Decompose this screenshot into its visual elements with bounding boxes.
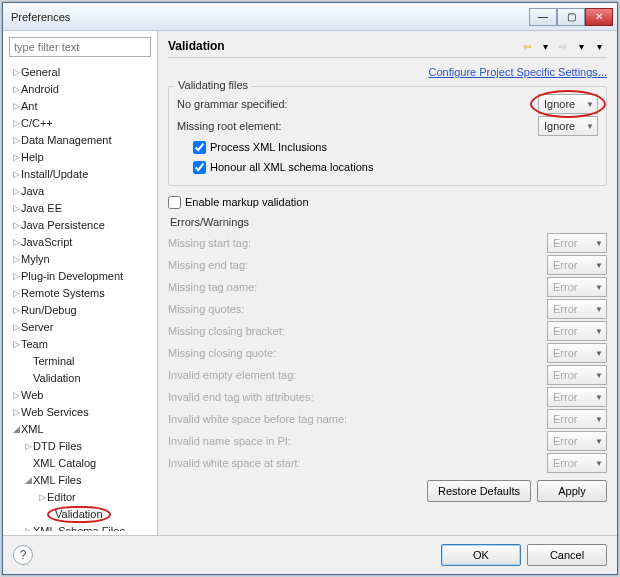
tree-item[interactable]: Validation — [7, 505, 155, 522]
tree-item[interactable]: ▷Data Management — [7, 131, 155, 148]
expand-icon: ▷ — [23, 526, 33, 532]
select-value: Error — [553, 325, 577, 337]
forward-icon[interactable]: ⇨ — [555, 39, 571, 53]
error-row: Missing quotes:Error▼ — [168, 298, 607, 320]
tree-item-label: DTD Files — [33, 440, 82, 452]
error-select[interactable]: Error▼ — [547, 409, 607, 429]
chevron-down-icon: ▼ — [595, 437, 603, 446]
chevron-down-icon[interactable]: ▾ — [573, 39, 589, 53]
tree-item-label: Server — [21, 321, 53, 333]
error-select[interactable]: Error▼ — [547, 299, 607, 319]
tree-item[interactable]: ▷Android — [7, 80, 155, 97]
apply-button[interactable]: Apply — [537, 480, 607, 502]
select-value: Error — [553, 369, 577, 381]
tree-item[interactable]: ▷Run/Debug — [7, 301, 155, 318]
error-select[interactable]: Error▼ — [547, 453, 607, 473]
preferences-window: Preferences — ▢ ✕ ▷General▷Android▷Ant▷C… — [2, 2, 618, 575]
ok-button[interactable]: OK — [441, 544, 521, 566]
tree-item[interactable]: ▷Team — [7, 335, 155, 352]
tree-item[interactable]: ▷C/C++ — [7, 114, 155, 131]
expand-icon: ▷ — [11, 186, 21, 196]
enable-markup-checkbox[interactable]: Enable markup validation — [168, 192, 607, 212]
tree-item[interactable]: ▷Java — [7, 182, 155, 199]
tree-item[interactable]: ▷Help — [7, 148, 155, 165]
error-select[interactable]: Error▼ — [547, 321, 607, 341]
select-value: Error — [553, 435, 577, 447]
tree-item[interactable]: ▷Server — [7, 318, 155, 335]
chevron-down-icon: ▼ — [595, 261, 603, 270]
tree-item[interactable]: ▷Plug-in Development — [7, 267, 155, 284]
error-select[interactable]: Error▼ — [547, 343, 607, 363]
error-select[interactable]: Error▼ — [547, 387, 607, 407]
tree-item-label: Android — [21, 83, 59, 95]
checkbox-input[interactable] — [193, 141, 206, 154]
error-row: Missing tag name:Error▼ — [168, 276, 607, 298]
tree-item[interactable]: ▷Web Services — [7, 403, 155, 420]
tree-item[interactable]: ▷Install/Update — [7, 165, 155, 182]
error-select[interactable]: Error▼ — [547, 255, 607, 275]
honour-schema-checkbox[interactable]: Honour all XML schema locations — [177, 157, 598, 177]
tree-item[interactable]: XML Catalog — [7, 454, 155, 471]
error-select[interactable]: Error▼ — [547, 365, 607, 385]
tree-item[interactable]: ▷Editor — [7, 488, 155, 505]
tree-item-label: XML — [21, 423, 44, 435]
minimize-button[interactable]: — — [529, 8, 557, 26]
error-label: Invalid white space before tag name: — [168, 413, 547, 425]
chevron-down-icon: ▼ — [595, 327, 603, 336]
checkbox-input[interactable] — [168, 196, 181, 209]
error-select[interactable]: Error▼ — [547, 277, 607, 297]
tree-item[interactable]: ▷XML Schema Files — [7, 522, 155, 531]
page-header: Validation ⇦ ▾ ⇨ ▾ ▾ — [168, 39, 607, 58]
error-row: Invalid empty element tag:Error▼ — [168, 364, 607, 386]
missing-root-select[interactable]: Ignore▼ — [538, 116, 598, 136]
error-select[interactable]: Error▼ — [547, 233, 607, 253]
close-button[interactable]: ✕ — [585, 8, 613, 26]
select-value: Error — [553, 391, 577, 403]
tree-item-label: Ant — [21, 100, 38, 112]
maximize-button[interactable]: ▢ — [557, 8, 585, 26]
category-tree[interactable]: ▷General▷Android▷Ant▷C/C++▷Data Manageme… — [5, 63, 155, 531]
tree-item[interactable]: ▷JavaScript — [7, 233, 155, 250]
error-label: Missing start tag: — [168, 237, 547, 249]
error-row: Invalid white space before tag name:Erro… — [168, 408, 607, 430]
tree-item[interactable]: ▷Remote Systems — [7, 284, 155, 301]
tree-item-label: Web — [21, 389, 43, 401]
tree-item[interactable]: Terminal — [7, 352, 155, 369]
select-value: Error — [553, 259, 577, 271]
tree-item-label: XML Catalog — [33, 457, 96, 469]
expand-icon: ▷ — [11, 305, 21, 315]
filter-input[interactable] — [9, 37, 151, 57]
error-label: Invalid name space in PI: — [168, 435, 547, 447]
tree-item[interactable]: ▷General — [7, 63, 155, 80]
back-icon[interactable]: ⇦ — [519, 39, 535, 53]
settings-pane: Validation ⇦ ▾ ⇨ ▾ ▾ Configure Project S… — [158, 31, 617, 535]
tree-item-label: XML Schema Files — [33, 525, 125, 532]
error-select[interactable]: Error▼ — [547, 431, 607, 451]
tree-item[interactable]: ▷DTD Files — [7, 437, 155, 454]
error-row: Invalid white space at start:Error▼ — [168, 452, 607, 474]
tree-item[interactable]: ◢XML Files — [7, 471, 155, 488]
tree-item[interactable]: ▷Mylyn — [7, 250, 155, 267]
cancel-button[interactable]: Cancel — [527, 544, 607, 566]
dialog-footer: ? OK Cancel — [3, 535, 617, 574]
tree-item-label: Editor — [47, 491, 76, 503]
tree-item[interactable]: ▷Ant — [7, 97, 155, 114]
process-inclusions-checkbox[interactable]: Process XML Inclusions — [177, 137, 598, 157]
tree-item[interactable]: ▷Java EE — [7, 199, 155, 216]
chevron-down-icon[interactable]: ▾ — [537, 39, 553, 53]
menu-chevron-icon[interactable]: ▾ — [591, 39, 607, 53]
tree-item[interactable]: ◢XML — [7, 420, 155, 437]
tree-item-label: C/C++ — [21, 117, 53, 129]
no-grammar-label: No grammar specified: — [177, 98, 538, 110]
tree-item[interactable]: ▷Web — [7, 386, 155, 403]
no-grammar-select[interactable]: Ignore▼ — [538, 94, 598, 114]
error-label: Missing end tag: — [168, 259, 547, 271]
restore-defaults-button[interactable]: Restore Defaults — [427, 480, 531, 502]
tree-item-label: Validation — [33, 372, 81, 384]
select-value: Error — [553, 303, 577, 315]
no-grammar-row: No grammar specified: Ignore▼ — [177, 93, 598, 115]
tree-item[interactable]: Validation — [7, 369, 155, 386]
help-icon[interactable]: ? — [13, 545, 33, 565]
tree-item[interactable]: ▷Java Persistence — [7, 216, 155, 233]
checkbox-input[interactable] — [193, 161, 206, 174]
